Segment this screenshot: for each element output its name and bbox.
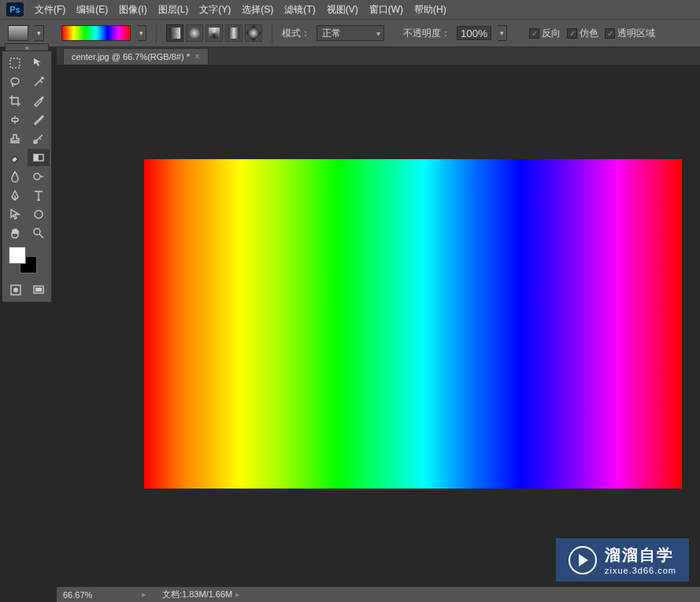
gradient-diamond-button[interactable]: [245, 24, 262, 42]
document-tab-title: center.jpg @ 66.7%(RGB/8#) *: [72, 52, 190, 61]
watermark-title: 溜溜自学: [605, 544, 676, 566]
opacity-label: 不透明度：: [403, 27, 450, 40]
canvas-container[interactable]: 溜溜自学 zixue.3d66.com: [57, 65, 700, 602]
hand-tool[interactable]: [4, 225, 26, 242]
history-brush-tool[interactable]: [28, 130, 50, 147]
mode-select[interactable]: 正常: [317, 25, 384, 41]
status-arrow-icon[interactable]: ▸: [142, 589, 146, 600]
separator: [272, 23, 272, 43]
workspace: center.jpg @ 66.7%(RGB/8#) * × 溜溜自学 zixu…: [0, 47, 700, 602]
svg-point-11: [13, 288, 18, 292]
foreground-color-swatch[interactable]: [9, 247, 26, 264]
canvas[interactable]: [144, 159, 682, 489]
dodge-tool[interactable]: [28, 168, 50, 185]
status-doc-arrow-icon[interactable]: ▸: [235, 589, 240, 600]
svg-point-7: [34, 173, 40, 180]
menu-layer[interactable]: 图层(L): [158, 3, 189, 17]
gradient-type-group: [166, 24, 262, 42]
dither-label: 仿色: [580, 27, 598, 40]
svg-point-9: [34, 229, 40, 235]
check-icon: ✓: [567, 28, 577, 39]
tool-preset-dropdown[interactable]: ▾: [35, 25, 44, 41]
opacity-input[interactable]: [457, 26, 491, 40]
type-tool[interactable]: [28, 187, 50, 204]
tool-preset-picker[interactable]: [8, 25, 28, 41]
menu-filter[interactable]: 滤镜(T): [284, 3, 315, 17]
close-tab-icon[interactable]: ×: [194, 51, 200, 62]
status-bar: 66.67% ▸ 文档:1.83M/1.66M ▸: [57, 586, 700, 602]
document-tab[interactable]: center.jpg @ 66.7%(RGB/8#) * ×: [63, 48, 209, 65]
menu-window[interactable]: 窗口(W): [369, 3, 403, 17]
tools-panel: [2, 50, 52, 303]
healing-tool[interactable]: [4, 111, 26, 128]
reverse-checkbox[interactable]: ✓ 反向: [529, 27, 561, 40]
svg-point-2: [42, 77, 43, 79]
path-select-tool[interactable]: [4, 206, 26, 223]
move-tool[interactable]: [28, 54, 50, 72]
quick-mask-tool[interactable]: [5, 281, 27, 299]
gradient-tool[interactable]: [28, 149, 50, 166]
check-icon: ✓: [605, 28, 615, 39]
marquee-tool[interactable]: [4, 54, 26, 72]
menu-edit[interactable]: 编辑(E): [76, 3, 108, 17]
dither-checkbox[interactable]: ✓ 仿色: [567, 27, 598, 40]
separator: [156, 23, 157, 43]
svg-point-1: [11, 78, 19, 84]
blur-tool[interactable]: [4, 168, 26, 185]
crop-tool[interactable]: [4, 92, 26, 110]
play-icon: [569, 546, 597, 574]
eyedropper-tool[interactable]: [28, 92, 50, 110]
stamp-tool[interactable]: [4, 130, 26, 147]
lasso-tool[interactable]: [4, 73, 26, 91]
eraser-tool[interactable]: [4, 149, 26, 166]
check-icon: ✓: [529, 28, 539, 39]
options-bar: ▾ ▾ 模式： 正常 不透明度： ▾ ✓ 反向 ✓ 仿色 ✓ 透明区域: [0, 19, 700, 47]
svg-rect-3: [12, 118, 18, 121]
pen-tool[interactable]: [4, 187, 26, 204]
gradient-reflected-button[interactable]: [225, 24, 243, 42]
gradient-linear-button[interactable]: [166, 24, 183, 42]
status-doc-info[interactable]: 文档:1.83M/1.66M ▸: [162, 589, 240, 600]
menu-help[interactable]: 帮助(H): [414, 3, 446, 17]
opacity-dropdown[interactable]: ▾: [498, 25, 507, 41]
shape-tool[interactable]: [28, 206, 50, 223]
svg-rect-0: [10, 58, 20, 68]
screen-mode-tool[interactable]: [28, 281, 50, 299]
document-area: center.jpg @ 66.7%(RGB/8#) * × 溜溜自学 zixu…: [57, 47, 700, 602]
reverse-label: 反向: [542, 27, 561, 40]
ps-logo: Ps: [6, 2, 24, 17]
transparency-checkbox[interactable]: ✓ 透明区域: [605, 27, 655, 40]
gradient-angle-button[interactable]: [206, 24, 223, 42]
svg-rect-13: [35, 288, 42, 292]
mode-label: 模式：: [282, 27, 310, 40]
transparency-label: 透明区域: [617, 27, 655, 40]
menu-type[interactable]: 文字(Y): [199, 3, 231, 17]
gradient-radial-button[interactable]: [186, 24, 203, 42]
gradient-dropdown[interactable]: ▾: [137, 25, 146, 41]
document-tabs: center.jpg @ 66.7%(RGB/8#) * ×: [57, 47, 700, 65]
menu-select[interactable]: 选择(S): [242, 3, 273, 17]
menu-file[interactable]: 文件(F): [35, 3, 65, 17]
watermark-badge: 溜溜自学 zixue.3d66.com: [556, 538, 689, 582]
svg-point-8: [35, 210, 43, 218]
watermark-url: zixue.3d66.com: [605, 566, 676, 575]
color-swatches[interactable]: [9, 247, 40, 273]
menu-view[interactable]: 视图(V): [327, 3, 358, 17]
svg-rect-6: [34, 154, 39, 161]
menu-bar: Ps 文件(F) 编辑(E) 图像(I) 图层(L) 文字(Y) 选择(S) 滤…: [0, 0, 700, 19]
brush-tool[interactable]: [28, 111, 50, 128]
gradient-picker[interactable]: [61, 25, 131, 41]
status-zoom[interactable]: 66.67%: [63, 590, 126, 600]
zoom-tool[interactable]: [28, 225, 50, 242]
menu-image[interactable]: 图像(I): [119, 3, 146, 17]
quick-select-tool[interactable]: [28, 73, 50, 91]
